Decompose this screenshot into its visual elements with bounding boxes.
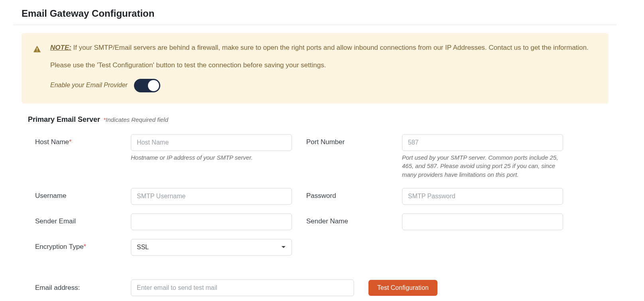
svg-rect-0: [37, 48, 37, 50]
alert-note-text: If your SMTP/Email servers are behind a …: [71, 44, 589, 51]
alert-note-paragraph: NOTE: If your SMTP/Email servers are beh…: [50, 43, 597, 53]
host-name-label: Host Name*: [35, 134, 131, 146]
enable-provider-label: Enable your Email Provider: [50, 80, 128, 90]
password-label: Password: [306, 188, 402, 200]
svg-rect-1: [37, 51, 37, 51]
encryption-type-label: Encryption Type*: [35, 239, 131, 251]
section-heading: Primary Email Server: [28, 115, 100, 124]
alert-content: NOTE: If your SMTP/Email servers are beh…: [50, 43, 597, 92]
username-input[interactable]: [131, 188, 292, 205]
encryption-type-select[interactable]: SSL: [131, 239, 292, 256]
test-email-label: Email address:: [35, 284, 131, 292]
sender-email-input[interactable]: [131, 213, 292, 230]
sender-name-input[interactable]: [402, 213, 563, 230]
alert-box: NOTE: If your SMTP/Email servers are beh…: [22, 33, 609, 104]
sender-email-label: Sender Email: [35, 213, 131, 225]
username-label: Username: [35, 188, 131, 200]
warning-icon: [33, 45, 41, 54]
port-number-input[interactable]: [402, 134, 563, 151]
required-field-note: *Indicates Required field: [103, 116, 168, 123]
toggle-knob: [148, 80, 159, 91]
alert-note-label: NOTE:: [50, 44, 71, 51]
password-input[interactable]: [402, 188, 563, 205]
enable-provider-toggle[interactable]: [134, 79, 160, 92]
test-email-input[interactable]: [131, 280, 354, 296]
port-number-label: Port Number: [306, 134, 402, 146]
host-name-input[interactable]: [131, 134, 292, 151]
port-number-helper: Port used by your SMTP server. Common po…: [402, 153, 563, 179]
test-configuration-button[interactable]: Test Configuration: [368, 280, 437, 296]
alert-test-text: Please use the 'Test Configuration' butt…: [50, 60, 597, 70]
page-title: Email Gateway Configuration: [14, 0, 616, 25]
sender-name-label: Sender Name: [306, 213, 402, 225]
host-name-helper: Hostname or IP address of your SMTP serv…: [131, 153, 292, 162]
